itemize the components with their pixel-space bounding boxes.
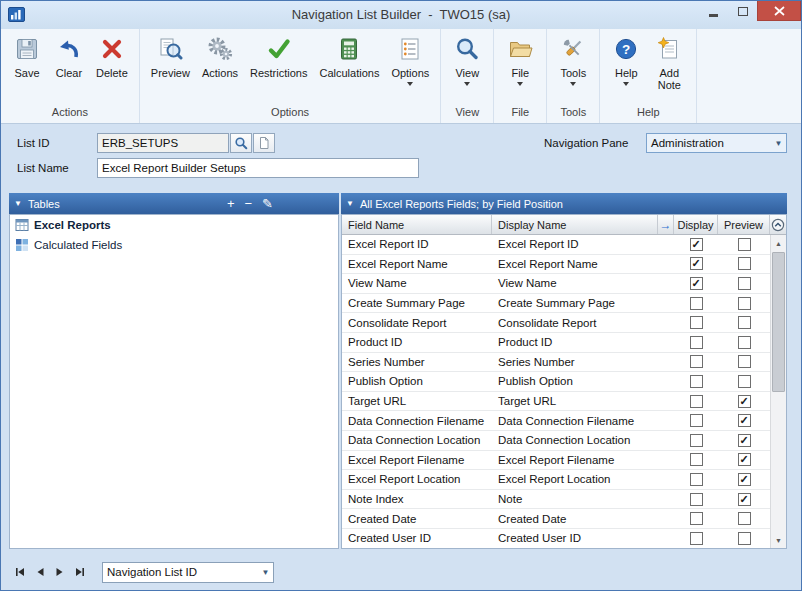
navigation-pane-select[interactable]: Administration ▼	[646, 133, 787, 153]
remove-table-button[interactable]: −	[245, 197, 253, 210]
preview-checkbox[interactable]	[738, 316, 751, 329]
display-name-cell: Created User ID	[492, 532, 658, 544]
display-checkbox[interactable]	[690, 395, 703, 408]
table-row[interactable]: Data Connection Location Data Connection…	[342, 431, 770, 451]
list-name-input[interactable]	[97, 158, 419, 178]
minimize-button[interactable]	[699, 1, 728, 21]
table-row[interactable]: Series Number Series Number	[342, 353, 770, 373]
save-button[interactable]: Save	[6, 32, 48, 81]
column-header-display-name[interactable]: Display Name	[492, 215, 658, 234]
column-header-preview[interactable]: Preview	[718, 215, 770, 234]
table-row[interactable]: Data Connection Filename Data Connection…	[342, 411, 770, 431]
tables-list-item-excel-reports[interactable]: Excel Reports	[10, 215, 338, 235]
navigation-list-id-select[interactable]: Navigation List ID ▼	[102, 562, 274, 583]
titlebar[interactable]: Navigation List Builder - TWO15 (sa)	[1, 1, 801, 29]
first-record-button[interactable]	[11, 563, 28, 581]
list-id-new-page-button[interactable]	[253, 133, 275, 153]
restrictions-button[interactable]: Restrictions	[244, 32, 313, 81]
table-row[interactable]: Excel Report Location Excel Report Locat…	[342, 470, 770, 490]
preview-checkbox[interactable]	[738, 532, 751, 545]
close-button[interactable]	[757, 1, 801, 21]
preview-checkbox[interactable]: ✓	[738, 434, 751, 447]
display-checkbox[interactable]: ✓	[690, 238, 703, 251]
delete-button[interactable]: Delete	[90, 32, 134, 81]
display-name-cell: Note	[492, 493, 658, 505]
add-table-button[interactable]: +	[227, 197, 235, 210]
display-checkbox[interactable]	[690, 532, 703, 545]
list-id-lookup-button[interactable]	[230, 133, 252, 153]
maximize-icon	[738, 7, 748, 16]
preview-checkbox[interactable]	[738, 257, 751, 270]
display-checkbox[interactable]	[690, 512, 703, 525]
help-button[interactable]: ? Help	[605, 32, 647, 88]
magnifier-icon	[452, 34, 482, 64]
preview-checkbox[interactable]: ✓	[738, 453, 751, 466]
scroll-down-button[interactable]: ▼	[771, 532, 786, 548]
display-checkbox[interactable]	[690, 434, 703, 447]
next-record-button[interactable]	[51, 563, 68, 581]
table-row[interactable]: Excel Report ID Excel Report ID ✓	[342, 235, 770, 255]
scroll-up-button[interactable]: ▲	[771, 235, 786, 251]
display-checkbox[interactable]	[690, 473, 703, 486]
table-row[interactable]: Created User ID Created User ID	[342, 529, 770, 548]
display-checkbox[interactable]: ✓	[690, 277, 703, 290]
last-record-button[interactable]	[71, 563, 88, 581]
preview-checkbox[interactable]: ✓	[738, 473, 751, 486]
table-row[interactable]: Create Summary Page Create Summary Page	[342, 294, 770, 314]
display-checkbox[interactable]	[690, 414, 703, 427]
table-row[interactable]: Product ID Product ID	[342, 333, 770, 353]
options-button[interactable]: Options	[385, 32, 435, 88]
preview-checkbox[interactable]	[738, 238, 751, 251]
toolbar-group-file-label: File	[494, 106, 546, 123]
preview-checkbox[interactable]: ✓	[738, 493, 751, 506]
preview-checkbox[interactable]	[738, 375, 751, 388]
tables-pane-menu-icon[interactable]: ▼	[14, 199, 22, 208]
maximize-button[interactable]	[728, 1, 757, 21]
table-row[interactable]: Consolidate Report Consolidate Report	[342, 313, 770, 333]
scrollbar-thumb[interactable]	[772, 252, 785, 392]
clear-button[interactable]: Clear	[48, 32, 90, 81]
table-row[interactable]: Target URL Target URL ✓	[342, 392, 770, 412]
tools-button[interactable]: Tools	[552, 32, 594, 88]
vertical-scrollbar[interactable]: ▲ ▼	[770, 235, 786, 548]
list-id-input[interactable]	[97, 133, 229, 153]
preview-button[interactable]: Preview	[145, 32, 196, 81]
table-row[interactable]: Created Date Created Date	[342, 509, 770, 529]
display-checkbox[interactable]	[690, 493, 703, 506]
display-checkbox[interactable]	[690, 375, 703, 388]
fields-pane-menu-icon[interactable]: ▼	[346, 199, 354, 208]
preview-checkbox[interactable]	[738, 297, 751, 310]
go-to-field-arrow-icon[interactable]: →	[658, 215, 674, 234]
preview-checkbox[interactable]	[738, 277, 751, 290]
actions-button[interactable]: Actions	[196, 32, 244, 81]
preview-checkbox[interactable]	[738, 336, 751, 349]
add-note-button[interactable]: Add Note	[647, 32, 691, 93]
table-row[interactable]: Excel Report Name Excel Report Name ✓	[342, 255, 770, 275]
display-checkbox[interactable]	[690, 297, 703, 310]
table-row[interactable]: View Name View Name ✓	[342, 274, 770, 294]
display-checkbox[interactable]	[690, 336, 703, 349]
preview-checkbox[interactable]	[738, 512, 751, 525]
file-button[interactable]: File	[499, 32, 541, 88]
actions-button-label: Actions	[202, 67, 238, 79]
display-checkbox[interactable]: ✓	[690, 257, 703, 270]
table-row[interactable]: Publish Option Publish Option	[342, 372, 770, 392]
expand-rows-button[interactable]	[770, 215, 786, 234]
table-row[interactable]: Note Index Note ✓	[342, 490, 770, 510]
table-row[interactable]: Excel Report Filename Excel Report Filen…	[342, 451, 770, 471]
previous-record-button[interactable]	[31, 563, 48, 581]
display-checkbox[interactable]	[690, 316, 703, 329]
preview-checkbox[interactable]	[738, 355, 751, 368]
column-header-display[interactable]: Display	[674, 215, 718, 234]
toolbar-group-help: ? Help Add Note Help	[600, 29, 697, 123]
tables-list-item-calculated-fields[interactable]: Calculated Fields	[10, 235, 338, 255]
calculations-button[interactable]: Calculations	[313, 32, 385, 81]
display-checkbox[interactable]	[690, 355, 703, 368]
preview-checkbox[interactable]: ✓	[738, 414, 751, 427]
display-checkbox[interactable]	[690, 453, 703, 466]
preview-checkbox[interactable]: ✓	[738, 395, 751, 408]
toolbar-group-view-label: View	[441, 106, 493, 123]
edit-table-button[interactable]: ✎	[262, 197, 273, 210]
view-button[interactable]: View	[446, 32, 488, 88]
column-header-field-name[interactable]: Field Name	[342, 215, 492, 234]
